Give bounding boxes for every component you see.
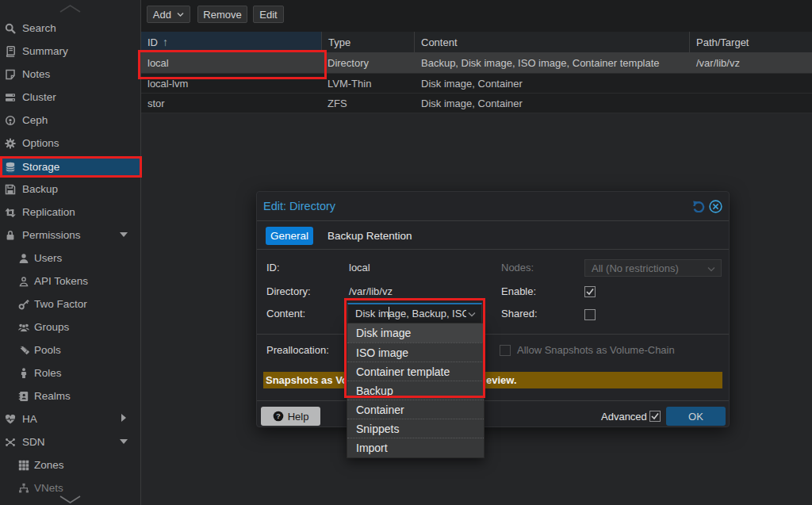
- svg-text:?: ?: [276, 411, 281, 420]
